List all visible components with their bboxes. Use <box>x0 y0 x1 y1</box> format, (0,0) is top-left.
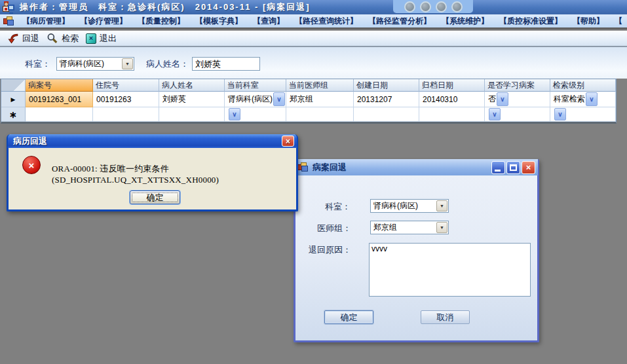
mdi-cascade-icon <box>3 16 14 26</box>
maximize-button[interactable] <box>506 161 520 174</box>
new-row-icon: ∗ <box>9 109 17 120</box>
new-cell-patient-name[interactable] <box>159 107 225 122</box>
main-title-bar: 操作者：管理员 科室：急诊科(病区) 2014-03-11 - [病案回退] <box>0 0 627 14</box>
new-cell-admission-no[interactable] <box>93 107 159 122</box>
menu-item-path-query-stats[interactable]: 【路径查询统计】 <box>295 16 358 27</box>
titlebar-circle-button-4[interactable] <box>451 1 463 12</box>
table-corner-selector[interactable] <box>1 79 26 92</box>
cell-search-level[interactable]: 科室检索 ∨ <box>550 92 616 107</box>
return-dept-combobox[interactable]: 肾病科(病区) ▼ <box>370 199 449 213</box>
cell-archive-date[interactable]: 20140310 <box>419 92 485 107</box>
error-ok-label: 确定 <box>147 192 164 204</box>
rollback-button[interactable]: 回退 <box>7 33 39 45</box>
new-cell-search-level-dropdown-icon[interactable]: ∨ <box>554 108 566 120</box>
minimize-button[interactable] <box>491 161 505 174</box>
column-header-study-case[interactable]: 是否学习病案 <box>485 79 550 92</box>
cell-current-dept[interactable]: 肾病科(病区) ∨ <box>225 92 286 107</box>
error-dialog-title: 病历回退 <box>13 136 47 147</box>
exit-button[interactable]: × 退出 <box>86 33 117 45</box>
cell-current-dept-dropdown-icon[interactable]: ∨ <box>273 92 285 106</box>
toolbar: 回退 检索 × 退出 <box>0 31 627 46</box>
new-cell-study-case[interactable]: ∨ <box>485 107 550 122</box>
return-reason-textarea[interactable]: vvvv <box>369 243 531 297</box>
cell-patient-name[interactable]: 刘娇英 <box>159 92 225 107</box>
dept-filter-dropdown-icon[interactable]: ▼ <box>122 58 133 69</box>
return-dialog-title-bar[interactable]: 病案回退 × <box>295 159 538 175</box>
new-cell-study-case-dropdown-icon[interactable]: ∨ <box>489 108 501 120</box>
filter-panel: 科室： 肾病科(病区) ▼ 病人姓名： <box>0 47 627 79</box>
dept-filter-combobox[interactable]: 肾病科(病区) ▼ <box>56 57 134 71</box>
new-cell-archive-date[interactable] <box>419 107 485 122</box>
new-cell-case-no[interactable] <box>26 107 93 122</box>
return-cancel-button[interactable]: 取消 <box>421 310 470 324</box>
column-header-doctor-group[interactable]: 当前医师组 <box>286 79 354 92</box>
new-cell-create-date[interactable] <box>354 107 419 122</box>
return-dialog-icon <box>297 162 309 172</box>
new-cell-current-dept[interactable]: ∨ <box>225 107 286 122</box>
search-button[interactable]: 检索 <box>47 33 79 45</box>
records-table: 病案号 住院号 病人姓名 当前科室 当前医师组 创建日期 归档日期 是否学习病案… <box>1 79 617 124</box>
menu-item-quality-control[interactable]: 【质量控制】 <box>138 16 185 27</box>
return-group-label: 医师组： <box>317 223 351 234</box>
return-dept-value: 肾病科(病区) <box>371 200 436 211</box>
return-group-dropdown-icon[interactable]: ▼ <box>436 222 447 233</box>
cell-doctor-group[interactable]: 郑京组 <box>286 92 354 107</box>
rollback-arrow-icon <box>7 33 19 44</box>
return-ok-label: 确定 <box>341 312 358 323</box>
column-header-archive-date[interactable]: 归档日期 <box>419 79 485 92</box>
menu-item-help[interactable]: 【帮助】 <box>573 16 604 27</box>
menu-item-query[interactable]: 【查询】 <box>253 16 284 27</box>
dept-filter-label: 科室： <box>25 58 50 70</box>
error-ok-button[interactable]: 确定 <box>130 191 180 204</box>
error-close-button[interactable]: × <box>282 136 294 147</box>
close-button[interactable]: × <box>522 161 535 174</box>
return-group-combobox[interactable]: 郑京组 ▼ <box>370 221 449 234</box>
menu-item-qc-standard-settings[interactable]: 【质控标准设置】 <box>499 16 562 27</box>
cell-study-case-value: 否 <box>488 94 496 105</box>
titlebar-circle-button-1[interactable] <box>404 1 415 12</box>
titlebar-circle-button-2[interactable] <box>420 1 431 12</box>
titlebar-circle-button-3[interactable] <box>436 1 447 12</box>
exit-label: 退出 <box>100 33 117 45</box>
return-ok-button[interactable]: 确定 <box>324 310 373 324</box>
cell-case-no[interactable]: 00191263_001 <box>26 92 93 107</box>
column-header-current-dept[interactable]: 当前科室 <box>225 79 286 92</box>
return-dialog-title: 病案回退 <box>313 162 347 173</box>
return-reason-label: 退回原因： <box>309 244 351 256</box>
error-dialog: 病历回退 × × ORA-00001: 违反唯一约束条件 (SD_HOSPITA… <box>7 134 298 211</box>
column-header-patient-name[interactable]: 病人姓名 <box>159 79 225 92</box>
column-header-create-date[interactable]: 创建日期 <box>354 79 419 92</box>
rollback-label: 回退 <box>22 33 39 45</box>
cell-study-case-dropdown-icon[interactable]: ∨ <box>497 92 508 106</box>
cell-search-level-value: 科室检索 <box>554 94 585 105</box>
cell-search-level-dropdown-icon[interactable]: ∨ <box>586 92 598 106</box>
exit-icon: × <box>86 33 96 44</box>
new-cell-search-level[interactable]: ∨ <box>550 107 616 122</box>
app-logo-icon <box>3 2 14 13</box>
error-dialog-title-bar[interactable]: 病历回退 × <box>8 134 297 148</box>
menu-item-diagnosis[interactable]: 【诊疗管理】 <box>80 16 127 27</box>
menu-item-medical-records[interactable]: 【病历管理】 <box>22 16 69 27</box>
row-selector-current[interactable]: ▶ <box>1 92 26 107</box>
cell-create-date[interactable]: 20131207 <box>354 92 419 107</box>
column-header-admission-no[interactable]: 住院号 <box>93 79 159 92</box>
menu-item-system-maintenance[interactable]: 【系统维护】 <box>442 16 489 27</box>
new-cell-current-dept-dropdown-icon[interactable]: ∨ <box>229 108 240 120</box>
error-icon: × <box>22 156 41 174</box>
menu-item-template-dict[interactable]: 【模板字典】 <box>195 16 242 27</box>
menu-item-path-supervision[interactable]: 【路径监管分析】 <box>368 16 431 27</box>
cell-study-case[interactable]: 否 ∨ <box>485 92 550 107</box>
patient-name-label: 病人姓名： <box>146 58 189 70</box>
menu-item-partial[interactable]: 【 <box>615 16 622 27</box>
row-selector-new[interactable]: ∗ <box>1 107 26 122</box>
application-window: { "title_bar": { "title": "操作者：管理员 科室：急诊… <box>0 0 627 364</box>
column-header-case-no[interactable]: 病案号 <box>26 79 93 92</box>
column-header-search-level[interactable]: 检索级别 <box>550 79 616 92</box>
cell-admission-no[interactable]: 00191263 <box>93 92 159 107</box>
titlebar-button-band <box>393 0 473 13</box>
return-dept-dropdown-icon[interactable]: ▼ <box>436 200 447 211</box>
return-group-value: 郑京组 <box>371 222 436 233</box>
patient-name-input[interactable] <box>192 57 260 71</box>
new-cell-doctor-group[interactable] <box>286 107 354 122</box>
return-dept-label: 科室： <box>325 201 351 213</box>
